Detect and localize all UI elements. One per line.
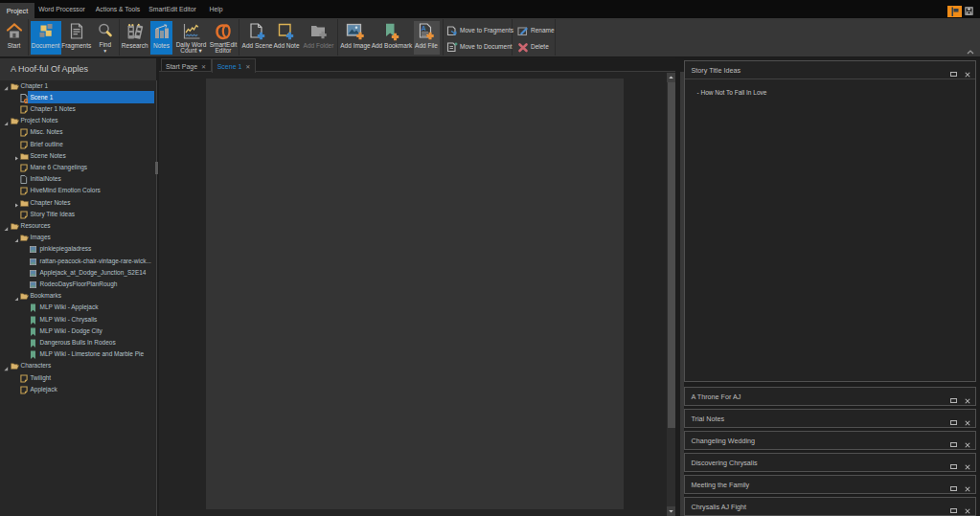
svg-text:A: A <box>422 25 426 32</box>
